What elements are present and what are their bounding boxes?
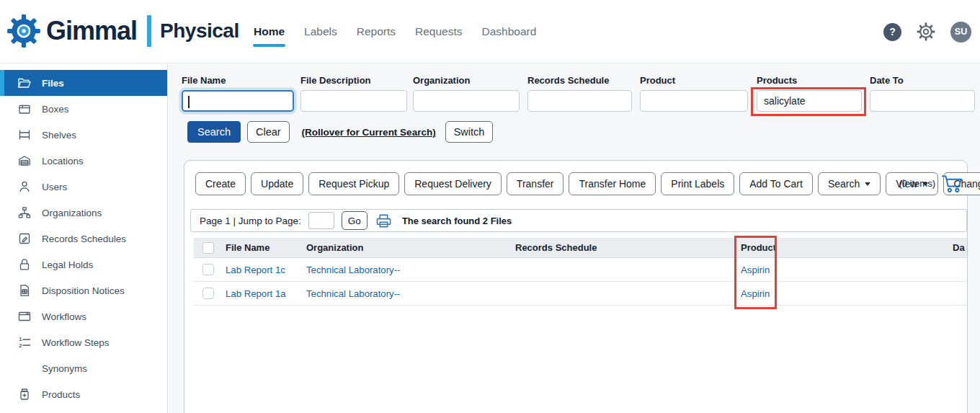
sidebar-item-locations[interactable]: Locations [0, 148, 167, 174]
sidebar-item-label: Products [42, 389, 80, 400]
product-name: Physical [160, 19, 239, 43]
column-header-product[interactable]: Product [734, 242, 948, 253]
sidebar-item-shelves[interactable]: Shelves [0, 122, 167, 148]
search-button[interactable]: Search [187, 121, 241, 143]
filter-date-to: Date To [870, 75, 975, 112]
records-schedule-input[interactable] [527, 90, 632, 112]
filter-label: File Description [300, 75, 407, 86]
product-link[interactable]: Aspirin [734, 265, 948, 275]
blank-icon [17, 361, 32, 376]
go-button[interactable]: Go [342, 211, 368, 230]
search-dropdown-button[interactable]: Search [818, 172, 881, 195]
filter-label: Products [757, 75, 862, 86]
file-name-input[interactable] [182, 90, 294, 112]
sidebar-item-records-schedules[interactable]: Records Schedules [0, 226, 167, 252]
text-caret [188, 96, 190, 108]
nav-dashboard[interactable]: Dashboard [482, 25, 537, 38]
sidebar-item-organizations[interactable]: Organizations [0, 200, 167, 226]
pagination-bar: Page 1 | Jump to Page: Go The search fou… [190, 209, 967, 232]
file-name-link[interactable]: Lab Report 1a [218, 288, 299, 299]
nav-requests[interactable]: Requests [415, 25, 462, 38]
update-button[interactable]: Update [251, 172, 303, 195]
sidebar-item-boxes[interactable]: Boxes [0, 96, 167, 122]
shelf-icon [17, 128, 32, 142]
user-icon [17, 179, 32, 194]
sidebar-item-disposition-notices[interactable]: Disposition Notices [0, 277, 167, 303]
workflow-icon [17, 309, 32, 324]
table-row: Lab Report 1a Technical Laboratory-- Asp… [194, 282, 967, 306]
date-to-input[interactable] [870, 90, 975, 112]
table-header-row: File Name Organization Records Schedule … [194, 238, 967, 258]
cart-status: (0 items) [899, 174, 964, 193]
org-chart-icon [17, 205, 32, 220]
sidebar-item-users[interactable]: Users [0, 174, 167, 200]
select-all-checkbox[interactable] [202, 242, 214, 254]
product-input[interactable] [640, 90, 748, 112]
file-description-input[interactable] [300, 90, 407, 112]
rollover-current-search-link[interactable]: (Rollover for Current Search) [302, 127, 436, 138]
sidebar-item-label: Legal Holds [42, 259, 93, 270]
transfer-button[interactable]: Transfer [507, 172, 564, 195]
sidebar-item-synonyms[interactable]: Synonyms [0, 355, 167, 381]
sidebar-item-label: Locations [42, 156, 84, 166]
sidebar-item-workflows[interactable]: Workflows [0, 303, 167, 329]
jar-icon [17, 387, 32, 401]
nav-reports[interactable]: Reports [357, 25, 396, 38]
product-link[interactable]: Aspirin [734, 288, 948, 299]
page-jump-label: Page 1 | Jump to Page: [200, 216, 301, 226]
switch-button[interactable]: Switch [445, 121, 494, 143]
request-delivery-button[interactable]: Request Delivery [404, 172, 502, 195]
sidebar-item-files[interactable]: Files [0, 70, 167, 96]
user-avatar[interactable]: SU [950, 22, 971, 43]
nav-labels[interactable]: Labels [304, 25, 337, 38]
jump-to-page-input[interactable] [308, 212, 334, 229]
chevron-down-icon [865, 182, 870, 186]
add-to-cart-button[interactable]: Add To Cart [739, 172, 813, 195]
box-icon [17, 102, 32, 116]
create-button[interactable]: Create [195, 172, 246, 195]
cart-icon[interactable] [941, 174, 964, 193]
sidebar-item-products[interactable]: Products [0, 381, 167, 407]
sidebar-item-label: Shelves [42, 130, 76, 141]
filter-file-description: File Description [300, 75, 407, 112]
settings-gear-icon[interactable] [917, 22, 935, 41]
column-header-date[interactable]: Da [948, 242, 967, 253]
filter-label: Date To [870, 75, 975, 86]
brand-logo: Gimmal Physical [6, 13, 239, 49]
folder-open-icon [17, 76, 32, 90]
file-name-link[interactable]: Lab Report 1c [218, 265, 299, 275]
organization-input[interactable] [413, 90, 520, 112]
sidebar-item-label: Workflows [42, 311, 86, 322]
schedule-icon [17, 231, 32, 246]
sidebar-item-label: Workflow Steps [42, 337, 110, 348]
filter-actions: Search Clear (Rollover for Current Searc… [187, 121, 493, 143]
products-input[interactable] [757, 90, 862, 112]
filter-label: File Name [182, 75, 294, 86]
location-icon [17, 154, 32, 168]
filter-organization: Organization [413, 75, 520, 112]
clear-button[interactable]: Clear [247, 121, 290, 143]
app-header: Gimmal Physical Home Labels Reports Requ… [0, 0, 980, 63]
sidebar-item-legal-holds[interactable]: Legal Holds [0, 252, 167, 277]
column-header-organization[interactable]: Organization [299, 242, 508, 253]
organization-link[interactable]: Technical Laboratory-- [299, 265, 508, 275]
column-header-file-name[interactable]: File Name [218, 242, 299, 253]
search-dropdown-label: Search [828, 178, 860, 190]
printer-icon[interactable] [375, 213, 392, 228]
help-icon[interactable]: ? [883, 23, 901, 41]
print-labels-button[interactable]: Print Labels [661, 172, 734, 195]
row-checkbox[interactable] [202, 264, 214, 275]
search-result-count: The search found 2 Files [402, 216, 512, 226]
row-checkbox[interactable] [202, 288, 214, 299]
organization-link[interactable]: Technical Laboratory-- [299, 288, 508, 299]
transfer-home-button[interactable]: Transfer Home [569, 172, 656, 195]
table-row: Lab Report 1c Technical Laboratory-- Asp… [194, 258, 967, 282]
brand-divider [147, 15, 151, 47]
gimmal-gear-logo-icon [6, 13, 42, 49]
svg-text:2: 2 [19, 342, 22, 349]
nav-home[interactable]: Home [254, 25, 285, 38]
request-pickup-button[interactable]: Request Pickup [308, 172, 399, 195]
sidebar-item-workflow-steps[interactable]: 12 Workflow Steps [0, 329, 167, 355]
sidebar-item-label: Boxes [42, 104, 69, 115]
column-header-records-schedule[interactable]: Records Schedule [508, 242, 734, 253]
